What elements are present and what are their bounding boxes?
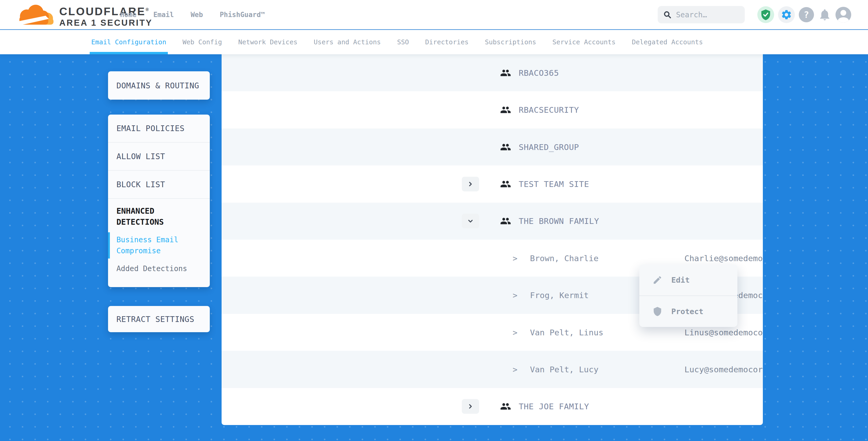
bell-icon[interactable] [818, 8, 832, 22]
tab-directories[interactable]: Directories [425, 30, 469, 54]
member-prefix: > [513, 254, 517, 263]
sidebar-item-business-email-compromise[interactable]: Business Email Compromise [117, 234, 202, 256]
nav-phishguard[interactable]: PhishGuard™ [220, 11, 265, 19]
group-icon [500, 141, 511, 153]
expand-chevron-right-icon[interactable] [462, 399, 479, 414]
shield-check-icon[interactable] [757, 6, 774, 23]
enhanced-detections-block: ENHANCED DETECTIONS Business Email Compr… [108, 199, 210, 274]
member-name: Van Pelt, Lucy [530, 365, 598, 374]
sidebar-item-domains-routing[interactable]: DOMAINS & ROUTING [108, 81, 199, 90]
tab-web-config[interactable]: Web Config [183, 30, 222, 54]
expand-chevron-right-icon[interactable] [462, 177, 479, 191]
member-email: Charlie@somedemocorp.com [684, 254, 763, 263]
member-prefix: > [513, 365, 517, 374]
table-row-group[interactable]: TEST TEAM SITE 0/1 [222, 165, 763, 202]
sidebar-item-allow-list[interactable]: ALLOW LIST [108, 152, 165, 161]
menu-item-protect[interactable]: Protect [639, 295, 737, 327]
account-icon[interactable] [835, 7, 851, 23]
nav-web[interactable]: Web [191, 11, 203, 19]
group-name: TEST TEAM SITE [519, 179, 589, 189]
menu-item-protect-label: Protect [671, 307, 703, 316]
table-row-group[interactable]: THE JOE FAMILY 0/5 [222, 388, 763, 425]
sidebar-card-retract: RETRACT SETTINGS [108, 306, 210, 332]
table-row-group[interactable]: RBACO365 0/0 [222, 54, 763, 91]
nav-home[interactable]: Home [120, 11, 136, 19]
group-icon [500, 401, 511, 412]
collapse-chevron-down-icon[interactable] [462, 214, 479, 228]
tab-subscriptions[interactable]: Subscriptions [485, 30, 536, 54]
header-icons: ? [757, 6, 851, 23]
group-name: RBACO365 [519, 68, 559, 77]
menu-item-edit-label: Edit [671, 276, 690, 284]
member-name: Brown, Charlie [530, 254, 598, 263]
group-icon [500, 104, 511, 115]
group-icon [500, 216, 511, 226]
app-header: CLOUDFLARE® AREA 1 SECURITY Home Email W… [0, 0, 868, 29]
page-background: CLOUDFLARE® AREA 1 SECURITY Home Email W… [0, 0, 868, 441]
group-icon [500, 179, 511, 190]
member-prefix: > [513, 328, 517, 337]
shield-icon [652, 307, 662, 316]
menu-item-edit[interactable]: Edit [639, 264, 737, 295]
pencil-icon [652, 275, 662, 285]
table-row-group[interactable]: SHARED_GROUP 0/0 [222, 128, 763, 165]
sidebar-item-retract-settings[interactable]: RETRACT SETTINGS [108, 315, 194, 324]
nav-email[interactable]: Email [153, 11, 174, 19]
search-icon [663, 10, 671, 20]
sidebar-card-policies: EMAIL POLICIES ALLOW LIST BLOCK LIST ENH… [108, 115, 210, 287]
row-context-menu: Edit Protect [639, 264, 737, 327]
cloudflare-logo-icon [16, 3, 56, 26]
settings-gear-icon[interactable] [778, 6, 795, 23]
table-row-member[interactable]: > Van Pelt, Lucy Lucy@somedemocorp.com [222, 351, 763, 388]
sidebar-item-added-detections[interactable]: Added Detections [117, 263, 202, 274]
sidebar-card-domains: DOMAINS & ROUTING [108, 71, 210, 100]
group-name: THE JOE FAMILY [519, 402, 589, 411]
group-name: SHARED_GROUP [519, 143, 579, 152]
sidebar-item-enhanced-detections[interactable]: ENHANCED DETECTIONS [117, 206, 202, 228]
member-email: Linus@somedemocorp.com [684, 328, 763, 337]
group-icon [500, 67, 511, 78]
group-name: THE BROWN FAMILY [519, 216, 599, 226]
sidebar-item-block-list[interactable]: BLOCK LIST [108, 180, 165, 189]
tab-delegated-accounts[interactable]: Delegated Accounts [632, 30, 703, 54]
config-navbar: Email Configuration Web Config Network D… [0, 30, 868, 54]
header-nav: Home Email Web PhishGuard™ [120, 0, 265, 29]
tab-network-devices[interactable]: Network Devices [238, 30, 298, 54]
search-input[interactable] [676, 10, 739, 19]
config-tabs: Email Configuration Web Config Network D… [91, 30, 703, 54]
search-box[interactable] [658, 6, 745, 23]
table-row-group[interactable]: THE BROWN FAMILY 0/4 [222, 203, 763, 240]
tab-users-and-actions[interactable]: Users and Actions [314, 30, 381, 54]
tab-email-configuration[interactable]: Email Configuration [91, 30, 166, 54]
tab-service-accounts[interactable]: Service Accounts [553, 30, 616, 54]
group-name: RBACSECURITY [519, 105, 579, 115]
tab-sso[interactable]: SSO [397, 30, 409, 54]
member-prefix: > [513, 291, 517, 300]
member-email: Lucy@somedemocorp.com [684, 365, 763, 374]
table-row-group[interactable]: RBACSECURITY 0/0 [222, 91, 763, 128]
member-name: Frog, Kermit [530, 290, 589, 300]
sidebar-item-email-policies[interactable]: EMAIL POLICIES [108, 124, 185, 133]
member-name: Van Pelt, Linus [530, 328, 603, 337]
help-icon[interactable]: ? [799, 7, 814, 22]
groups-table: RBACO365 0/0 RBACSECURITY 0/0 SHARED_GRO… [222, 54, 763, 425]
